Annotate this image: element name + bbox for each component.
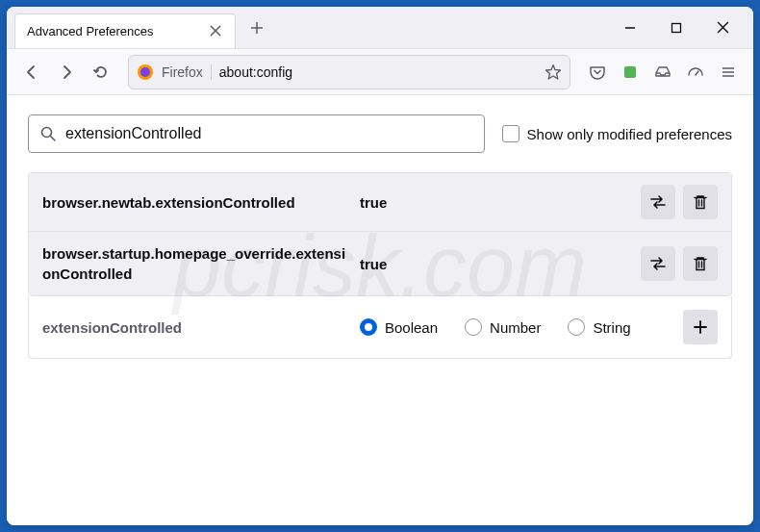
menu-icon[interactable]	[713, 57, 744, 88]
search-row: Show only modified preferences	[28, 114, 732, 153]
search-input[interactable]	[65, 125, 472, 142]
bookmark-star-icon[interactable]	[545, 63, 562, 81]
close-window-button[interactable]	[711, 16, 734, 39]
browser-window: Advanced Preferences	[7, 7, 753, 525]
modified-only-checkbox[interactable]: Show only modified preferences	[502, 125, 732, 142]
identity-label: Firefox	[162, 64, 212, 80]
tab-active[interactable]: Advanced Preferences	[14, 13, 236, 48]
search-icon	[40, 126, 56, 141]
url-text: about:config	[219, 64, 537, 80]
row-actions	[641, 185, 718, 219]
inbox-icon[interactable]	[647, 57, 678, 88]
radio-boolean[interactable]: Boolean	[360, 318, 438, 336]
modified-only-label: Show only modified preferences	[527, 126, 732, 142]
radio-icon	[465, 318, 482, 336]
pref-row: browser.newtab.extensionControlled true	[29, 173, 731, 232]
pocket-icon[interactable]	[582, 57, 613, 88]
pref-value: true	[360, 194, 631, 211]
back-button[interactable]	[16, 57, 47, 88]
window-controls	[619, 16, 746, 39]
radio-label: Number	[490, 319, 541, 336]
pref-name: browser.newtab.extensionControlled	[42, 192, 350, 213]
close-icon[interactable]	[208, 23, 223, 38]
row-actions	[641, 246, 718, 281]
type-radio-group: Boolean Number String	[360, 318, 673, 336]
extension-icon[interactable]	[615, 57, 646, 88]
titlebar: Advanced Preferences	[7, 7, 753, 49]
delete-button[interactable]	[683, 246, 718, 281]
firefox-logo-icon	[137, 63, 154, 81]
add-button[interactable]	[683, 310, 718, 344]
dashboard-icon[interactable]	[680, 57, 711, 88]
forward-button[interactable]	[51, 57, 82, 88]
pref-name: browser.startup.homepage_override.extens…	[42, 243, 350, 284]
radio-string[interactable]: String	[568, 318, 630, 336]
url-bar[interactable]: Firefox about:config	[128, 55, 570, 89]
add-pref-row: extensionControlled Boolean Number Strin…	[28, 296, 732, 359]
radio-number[interactable]: Number	[465, 318, 541, 336]
add-pref-name: extensionControlled	[42, 319, 350, 336]
checkbox-icon	[502, 125, 519, 142]
reload-button[interactable]	[86, 57, 116, 88]
toggle-button[interactable]	[641, 185, 675, 219]
radio-label: Boolean	[385, 319, 438, 336]
delete-button[interactable]	[683, 185, 718, 219]
new-tab-button[interactable]	[243, 14, 270, 41]
minimize-button[interactable]	[619, 16, 642, 39]
radio-icon	[568, 318, 585, 336]
maximize-button[interactable]	[665, 16, 688, 39]
radio-icon	[360, 318, 377, 336]
svg-point-2	[140, 67, 150, 77]
pref-value: true	[360, 256, 631, 272]
nav-toolbar: Firefox about:config	[7, 49, 753, 95]
toggle-button[interactable]	[641, 246, 675, 281]
pref-row: browser.startup.homepage_override.extens…	[29, 232, 731, 295]
radio-label: String	[593, 319, 630, 336]
svg-rect-0	[672, 23, 681, 32]
toolbar-actions	[582, 57, 744, 88]
svg-rect-3	[624, 66, 636, 78]
about-config-content: Show only modified preferences browser.n…	[7, 95, 753, 525]
tab-title: Advanced Preferences	[27, 24, 208, 38]
search-box[interactable]	[28, 114, 485, 153]
results-list: browser.newtab.extensionControlled true …	[28, 172, 732, 296]
